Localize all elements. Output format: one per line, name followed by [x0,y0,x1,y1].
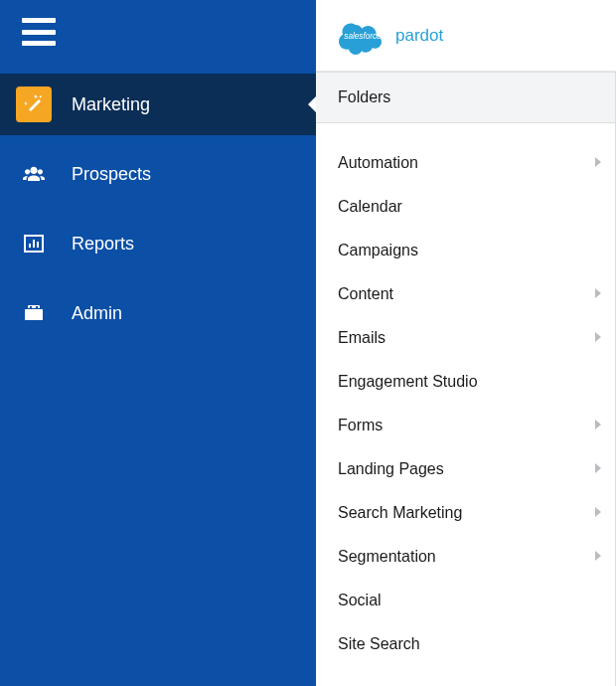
header: salesforce pardot [316,0,616,72]
submenu-label: Automation [338,154,418,172]
sidebar-item-label: Admin [72,303,122,324]
submenu-label: Folders [338,88,390,106]
submenu-label: Social [338,592,382,609]
salesforce-cloud-icon: salesforce [334,16,391,56]
submenu-item-social[interactable]: Social [316,579,615,622]
brand-logo[interactable]: salesforce pardot [334,16,443,56]
hamburger-menu-button[interactable] [22,18,56,46]
chevron-right-icon [595,288,601,298]
bar-chart-icon [16,226,52,261]
magic-wand-icon [16,86,52,122]
sidebar-item-prospects[interactable]: Prospects [0,143,316,205]
submenu-label: Site Search [338,635,420,653]
main-panel: salesforce pardot Folders Automation Cal… [316,0,616,686]
submenu-label: Segmentation [338,548,436,566]
sidebar-item-admin[interactable]: Admin [0,282,316,344]
submenu-item-engagement-studio[interactable]: Engagement Studio [316,360,615,404]
submenu-label: Content [338,285,393,303]
submenu-label: Campaigns [338,242,418,259]
submenu-label: Search Marketing [338,504,462,522]
submenu-item-segmentation[interactable]: Segmentation [316,535,615,579]
people-icon [16,156,52,192]
submenu-item-forms[interactable]: Forms [316,404,615,447]
marketing-submenu: Folders Automation Calendar Campaigns Co… [316,72,616,686]
logo-product-text: pardot [395,26,443,46]
sidebar: Marketing Prospects Reports Admin [0,0,316,686]
chevron-right-icon [595,157,601,167]
logo-cloud-text: salesforce [344,32,382,41]
chevron-right-icon [595,420,601,429]
sidebar-item-label: Reports [72,234,134,255]
submenu-item-calendar[interactable]: Calendar [316,185,615,229]
submenu-item-content[interactable]: Content [316,272,615,316]
submenu-item-landing-pages[interactable]: Landing Pages [316,447,615,491]
submenu-item-site-search[interactable]: Site Search [316,622,615,666]
submenu-label: Calendar [338,198,402,216]
submenu-item-campaigns[interactable]: Campaigns [316,229,615,272]
submenu-label: Emails [338,329,385,347]
chevron-right-icon [595,463,601,473]
submenu-label: Engagement Studio [338,373,478,391]
submenu-spacer [316,123,615,141]
submenu-item-automation[interactable]: Automation [316,141,615,185]
submenu-item-emails[interactable]: Emails [316,316,615,360]
chevron-right-icon [595,332,601,342]
briefcase-icon [16,295,52,331]
app-root: Marketing Prospects Reports Admin [0,0,616,686]
sidebar-item-reports[interactable]: Reports [0,213,316,274]
chevron-right-icon [595,551,601,561]
chevron-right-icon [595,507,601,517]
submenu-label: Landing Pages [338,460,444,478]
sidebar-item-label: Marketing [72,94,150,115]
submenu-item-search-marketing[interactable]: Search Marketing [316,491,615,535]
sidebar-item-marketing[interactable]: Marketing [0,74,316,135]
sidebar-item-label: Prospects [72,164,151,185]
submenu-label: Forms [338,417,383,434]
submenu-item-folders[interactable]: Folders [316,72,615,123]
